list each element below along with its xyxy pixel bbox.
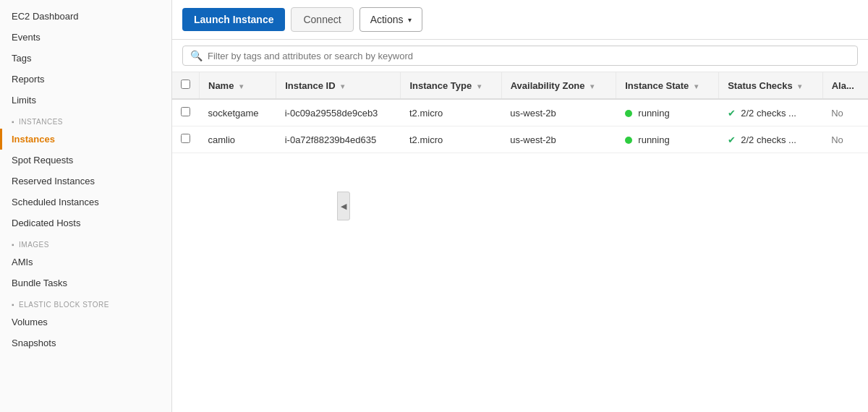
actions-button[interactable]: Actions ▾ <box>359 7 422 32</box>
sidebar-item-limits[interactable]: Limits <box>0 90 171 111</box>
sidebar-item-volumes[interactable]: Volumes <box>0 312 171 332</box>
sidebar-section-images: ▪ IMAGES <box>0 233 171 252</box>
table-header-row: Name ▾ Instance ID ▾ Instance Type ▾ Ava… <box>172 72 868 99</box>
row1-instance-state: running <box>616 99 719 126</box>
row1-checkbox-cell <box>172 99 200 126</box>
row1-state-dot <box>625 110 632 117</box>
sidebar-item-ec2-dashboard[interactable]: EC2 Dashboard <box>0 6 171 27</box>
sidebar-item-scheduled-instances[interactable]: Scheduled Instances <box>0 192 171 213</box>
search-input[interactable] <box>208 51 850 61</box>
sidebar-item-instances[interactable]: Instances <box>0 129 171 150</box>
table-row: socketgame i-0c09a29558de9ceb3 t2.micro … <box>172 99 868 126</box>
toolbar: Launch Instance Connect Actions ▾ <box>172 0 868 40</box>
th-instance-state[interactable]: Instance State ▾ <box>616 72 719 99</box>
main-content: ◀ Launch Instance Connect Actions ▾ 🔍 Na <box>172 0 868 412</box>
sidebar-top-items: EC2 Dashboard Events Tags Reports Limits <box>0 6 171 111</box>
th-alarm[interactable]: Ala... <box>822 72 868 99</box>
row1-instance-type: t2.micro <box>401 99 501 126</box>
table-row: camlio i-0a72f88239b4ed635 t2.micro us-w… <box>172 126 868 153</box>
row1-alarm: No <box>822 99 868 126</box>
select-all-checkbox[interactable] <box>181 80 190 89</box>
launch-instance-button[interactable]: Launch Instance <box>182 8 285 31</box>
sort-status-icon: ▾ <box>798 82 801 90</box>
row2-instance-type: t2.micro <box>401 126 501 153</box>
search-input-wrap: 🔍 <box>182 46 858 66</box>
th-name[interactable]: Name ▾ <box>200 72 276 99</box>
instances-table: Name ▾ Instance ID ▾ Instance Type ▾ Ava… <box>172 72 868 153</box>
sidebar-item-dedicated-hosts[interactable]: Dedicated Hosts <box>0 213 171 233</box>
row2-checkbox[interactable] <box>181 134 190 143</box>
row2-name: camlio <box>200 126 276 153</box>
sidebar-item-events[interactable]: Events <box>0 27 171 48</box>
th-status-checks[interactable]: Status Checks ▾ <box>719 72 823 99</box>
connect-button[interactable]: Connect <box>291 7 353 32</box>
sort-az-icon: ▾ <box>590 82 594 90</box>
row2-instance-state: running <box>616 126 719 153</box>
row2-instance-id: i-0a72f88239b4ed635 <box>276 126 401 153</box>
sidebar-item-reserved-instances[interactable]: Reserved Instances <box>0 171 171 192</box>
sort-instance-type-icon: ▾ <box>477 82 481 90</box>
th-instance-id[interactable]: Instance ID ▾ <box>276 72 401 99</box>
sidebar-item-snapshots[interactable]: Snapshots <box>0 332 171 353</box>
row2-state-dot <box>625 137 632 144</box>
row2-availability-zone: us-west-2b <box>501 126 616 153</box>
row2-check-icon: ✔ <box>728 134 736 145</box>
sort-name-icon: ▾ <box>239 82 243 90</box>
sort-state-icon: ▾ <box>694 82 698 90</box>
instances-table-container: Name ▾ Instance ID ▾ Instance Type ▾ Ava… <box>172 72 868 412</box>
search-bar: 🔍 <box>172 40 868 72</box>
sidebar-item-tags[interactable]: Tags <box>0 48 171 69</box>
row1-checkbox[interactable] <box>181 107 190 116</box>
sort-instance-id-icon: ▾ <box>341 82 344 90</box>
sidebar: EC2 Dashboard Events Tags Reports Limits… <box>0 0 172 412</box>
row2-status-checks: ✔ 2/2 checks ... <box>719 126 823 153</box>
collapse-instances-icon[interactable]: ▪ <box>12 118 14 126</box>
row1-check-icon: ✔ <box>728 108 736 119</box>
row1-availability-zone: us-west-2b <box>501 99 616 126</box>
sidebar-section-ebs: ▪ ELASTIC BLOCK STORE <box>0 293 171 312</box>
row1-instance-id: i-0c09a29558de9ceb3 <box>276 99 401 126</box>
row1-name: socketgame <box>200 99 276 126</box>
sidebar-item-bundle-tasks[interactable]: Bundle Tasks <box>0 272 171 293</box>
collapse-sidebar-button[interactable]: ◀ <box>337 192 350 220</box>
chevron-down-icon: ▾ <box>408 16 412 24</box>
row2-checkbox-cell <box>172 126 200 153</box>
sidebar-item-reports[interactable]: Reports <box>0 69 171 90</box>
sidebar-item-amis[interactable]: AMIs <box>0 252 171 272</box>
sidebar-item-spot-requests[interactable]: Spot Requests <box>0 150 171 171</box>
th-instance-type[interactable]: Instance Type ▾ <box>401 72 501 99</box>
row2-alarm: No <box>822 126 868 153</box>
collapse-images-icon[interactable]: ▪ <box>12 241 14 249</box>
row1-status-checks: ✔ 2/2 checks ... <box>719 99 823 126</box>
th-select-all[interactable] <box>172 72 200 99</box>
th-availability-zone[interactable]: Availability Zone ▾ <box>501 72 616 99</box>
search-icon: 🔍 <box>190 50 203 61</box>
collapse-ebs-icon[interactable]: ▪ <box>12 301 14 309</box>
sidebar-section-instances: ▪ INSTANCES <box>0 111 171 129</box>
